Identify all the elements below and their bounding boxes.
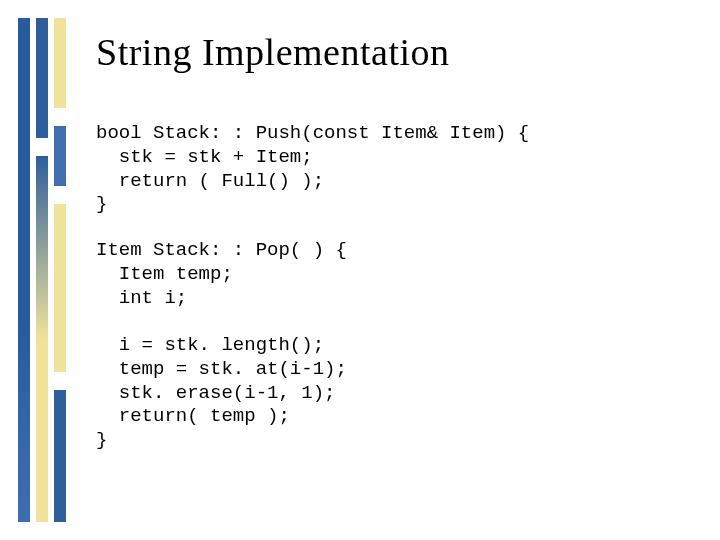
spacer [96, 217, 690, 239]
slide-title: String Implementation [96, 30, 690, 74]
sidebar-bar [54, 18, 66, 108]
code-block-push: bool Stack: : Push(const Item& Item) { s… [96, 122, 690, 217]
slide-content: String Implementation bool Stack: : Push… [96, 30, 690, 453]
sidebar-bar [36, 18, 48, 138]
sidebar-bar [54, 390, 66, 522]
sidebar-bar [54, 126, 66, 186]
sidebar-bar [18, 18, 30, 522]
code-block-pop: Item Stack: : Pop( ) { Item temp; int i;… [96, 239, 690, 453]
sidebar-bar [54, 204, 66, 372]
sidebar-bar [36, 156, 48, 522]
decorative-sidebar [18, 18, 72, 522]
